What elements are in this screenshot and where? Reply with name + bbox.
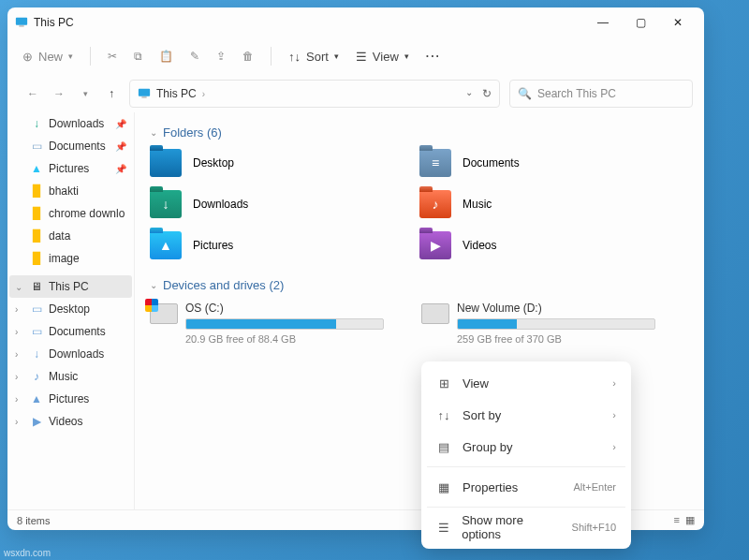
sidebar-item[interactable]: ▉data <box>7 225 134 247</box>
sort-button[interactable]: ↑↓ Sort ▾ <box>288 50 339 64</box>
navigation-pane[interactable]: ↓Downloads📌▭Documents📌▲Pictures📌▉bhakti▉… <box>7 112 135 509</box>
refresh-button[interactable]: ↻ <box>482 87 492 100</box>
minimize-button[interactable]: — <box>584 7 622 37</box>
pin-icon: 📌 <box>115 164 126 174</box>
sidebar-label: This PC <box>49 280 89 293</box>
sidebar-label: image <box>49 252 80 265</box>
sort-label: Sort <box>306 50 329 64</box>
sort-icon: ↑↓ <box>288 50 301 64</box>
search-placeholder: Search This PC <box>537 87 616 100</box>
context-properties[interactable]: ▦ Properties Alt+Enter <box>427 471 625 503</box>
share-icon[interactable]: ⇪ <box>216 50 226 63</box>
folder-item[interactable]: ▶Videos <box>419 231 689 259</box>
drive-bar <box>457 318 655 330</box>
drive-bar <box>185 318 384 330</box>
drive-free: 20.9 GB free of 88.4 GB <box>185 333 384 345</box>
chevron-right-icon: › <box>15 327 24 337</box>
up-button[interactable]: ↑ <box>103 87 120 100</box>
sidebar-item-this-pc[interactable]: ⌄🖥This PC <box>9 275 132 298</box>
this-pc-icon: 🖥 <box>30 280 43 293</box>
folder-item[interactable]: ≡Documents <box>419 149 689 177</box>
address-bar[interactable]: This PC › ⌄ ↻ <box>129 80 500 108</box>
folder-icon: ▲ <box>150 231 182 259</box>
copy-icon[interactable]: ⧉ <box>134 50 142 63</box>
drive-label: New Volume (D:) <box>457 302 655 315</box>
sidebar-label: data <box>49 229 70 243</box>
forward-button[interactable]: → <box>51 87 67 100</box>
drive-label: OS (C:) <box>185 302 384 315</box>
close-button[interactable]: ✕ <box>659 7 697 37</box>
folder-item[interactable]: ♪Music <box>419 190 689 218</box>
drives-section-header[interactable]: ⌄ Devices and drives (2) <box>150 278 689 292</box>
sidebar-item[interactable]: ▭Documents📌 <box>7 135 134 157</box>
chevron-down-icon: ▾ <box>68 52 73 61</box>
context-group[interactable]: ▤ Group by › <box>427 431 625 463</box>
rename-icon[interactable]: ✎ <box>190 50 199 63</box>
window-title: This PC <box>34 16 584 29</box>
folder-icon: ↓ <box>30 347 43 361</box>
drive-item[interactable]: OS (C:)20.9 GB free of 88.4 GB <box>150 302 384 345</box>
view-icon: ⊞ <box>436 376 451 391</box>
chevron-right-icon: › <box>15 417 24 427</box>
svg-rect-1 <box>19 26 23 27</box>
recent-dropdown[interactable]: ▾ <box>77 89 94 98</box>
back-button[interactable]: ← <box>24 87 41 100</box>
sidebar-item[interactable]: ▉bhakti <box>7 180 134 202</box>
view-button[interactable]: ☰ View ▾ <box>356 50 409 64</box>
group-icon: ▤ <box>436 440 451 454</box>
paste-icon[interactable]: 📋 <box>159 50 173 63</box>
new-button[interactable]: ⊕ New ▾ <box>22 50 73 64</box>
sidebar-label: Downloads <box>49 117 104 130</box>
sidebar-label: Pictures <box>49 392 89 405</box>
maximize-button[interactable]: ▢ <box>622 7 659 37</box>
nav-row: ← → ▾ ↑ This PC › ⌄ ↻ 🔍 Search This PC <box>7 75 704 112</box>
delete-icon[interactable]: 🗑 <box>242 50 254 63</box>
chevron-right-icon: › <box>612 377 616 389</box>
sidebar-item[interactable]: ›↓Downloads <box>7 343 134 365</box>
sidebar-item[interactable]: ›▭Desktop <box>7 298 134 320</box>
folder-label: Pictures <box>193 239 233 252</box>
folder-icon: ▉ <box>30 184 43 198</box>
context-more-options[interactable]: ☰ Show more options Shift+F10 <box>427 511 625 543</box>
titlebar: This PC — ▢ ✕ <box>7 7 704 37</box>
shortcut: Alt+Enter <box>573 481 616 493</box>
folder-icon: ▭ <box>30 302 43 316</box>
sidebar-item[interactable]: ▉image <box>7 247 134 270</box>
this-pc-icon <box>138 87 151 100</box>
tiles-view-icon[interactable]: ▦ <box>685 514 695 526</box>
drive-free: 259 GB free of 370 GB <box>457 333 655 345</box>
context-view[interactable]: ⊞ View › <box>427 367 625 399</box>
context-sort[interactable]: ↑↓ Sort by › <box>427 399 625 431</box>
context-menu: ⊞ View › ↑↓ Sort by › ▤ Group by › ▦ Pro… <box>421 361 631 549</box>
drive-item[interactable]: New Volume (D:)259 GB free of 370 GB <box>421 302 655 345</box>
view-icon: ☰ <box>356 50 367 64</box>
folder-icon: ↓ <box>150 190 182 218</box>
chevron-down-icon: ⌄ <box>150 280 157 290</box>
sidebar-item[interactable]: ›▲Pictures <box>7 388 134 410</box>
folder-label: Downloads <box>193 198 248 211</box>
sidebar-item[interactable]: ▲Pictures📌 <box>7 157 134 180</box>
sidebar-item[interactable]: ›♪Music <box>7 365 134 388</box>
folder-label: Videos <box>463 239 496 252</box>
sidebar-item[interactable]: ›▶Videos <box>7 410 134 433</box>
search-input[interactable]: 🔍 Search This PC <box>509 80 693 108</box>
more-button[interactable]: ··· <box>426 50 441 63</box>
details-view-icon[interactable]: ≡ <box>674 514 680 526</box>
address-dropdown[interactable]: ⌄ <box>465 87 473 100</box>
cut-icon[interactable]: ✂ <box>108 50 117 63</box>
sidebar-item[interactable]: ▉chrome downlo <box>7 202 134 225</box>
drives-header-label: Devices and drives (2) <box>163 278 284 292</box>
sidebar-label: Documents <box>49 325 106 338</box>
breadcrumb[interactable]: This PC <box>156 87 197 100</box>
folder-item[interactable]: ↓Downloads <box>150 190 419 218</box>
view-label: View <box>373 50 399 64</box>
sidebar-item[interactable]: ›▭Documents <box>7 320 134 343</box>
folder-item[interactable]: Desktop <box>150 149 419 177</box>
sidebar-label: Documents <box>49 140 106 153</box>
folder-item[interactable]: ▲Pictures <box>150 231 419 259</box>
folder-icon: ▉ <box>30 207 43 220</box>
sidebar-label: Music <box>49 370 78 383</box>
folders-section-header[interactable]: ⌄ Folders (6) <box>150 125 689 140</box>
chevron-down-icon: ▾ <box>334 52 339 61</box>
sidebar-item[interactable]: ↓Downloads📌 <box>7 112 134 135</box>
